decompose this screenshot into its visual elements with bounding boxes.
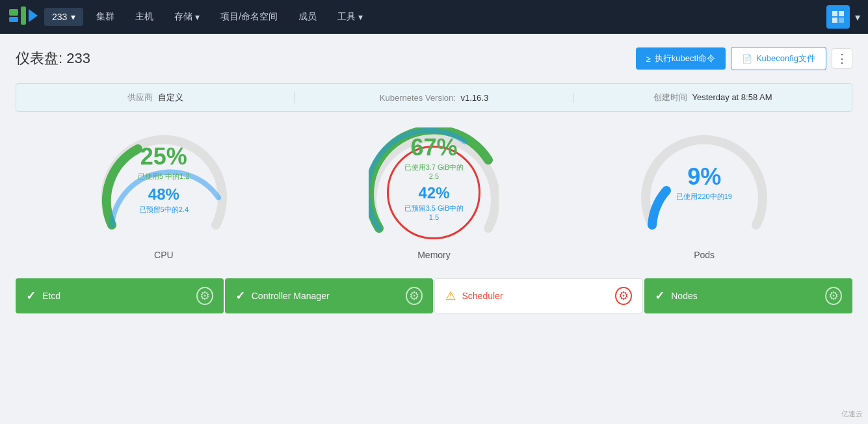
status-scheduler[interactable]: ⚠ Scheduler ⚙ (434, 278, 644, 313)
doc-icon: 📄 (742, 54, 752, 64)
pods-gauge: 9% 已使用220中的19 Pods (639, 127, 769, 260)
svg-rect-0 (9, 9, 18, 16)
scheduler-gear-icon[interactable]: ⚙ (615, 287, 632, 305)
more-icon: ⋮ (836, 51, 848, 66)
navbar-right: ▾ (826, 5, 860, 29)
page-header: 仪表盘: 233 ≥ 执行kubectl命令 📄 Kubeconfig文件 ⋮ (16, 47, 852, 70)
nodes-gear-icon[interactable]: ⚙ (825, 287, 842, 305)
memory-gauge-text: 67% 已使用3.7 GiB中的2.5 42% 已预留3.5 GiB中的1.5 (401, 134, 466, 221)
cpu-gauge-label: CPU (154, 250, 174, 260)
controller-manager-check-icon: ✓ (235, 289, 245, 303)
cluster-selector[interactable]: 233 ▾ (44, 8, 83, 26)
nav-tools[interactable]: 工具 ▾ (330, 7, 371, 27)
etcd-check-icon: ✓ (26, 289, 36, 303)
cluster-created: 创建时间 Yesterday at 8:58 AM (573, 92, 852, 103)
cluster-provider: 供应商 自定义 (16, 92, 295, 103)
svg-marker-3 (29, 9, 38, 22)
pods-gauge-text: 9% 已使用220中的19 (676, 163, 732, 202)
scheduler-label: Scheduler (462, 291, 503, 301)
cpu-gauge: 25% 已使用5 中的1.2 48% 已预留5中的2.4 CPU (99, 127, 229, 260)
gauges-row: 25% 已使用5 中的1.2 48% 已预留5中的2.4 CPU (16, 127, 852, 260)
controller-manager-gear-icon[interactable]: ⚙ (406, 287, 423, 305)
terminal-icon: ≥ (646, 54, 651, 64)
nodes-label: Nodes (671, 291, 697, 301)
status-controller-manager[interactable]: ✓ Controller Manager ⚙ (225, 278, 433, 313)
navbar: 233 ▾ 集群 主机 存储 ▾ 项目/命名空间 成员 工具 ▾ ▾ (0, 0, 868, 34)
more-button[interactable]: ⋮ (832, 48, 852, 69)
cluster-version: Kubernetes Version: v1.16.3 (295, 93, 574, 103)
page-actions: ≥ 执行kubectl命令 📄 Kubeconfig文件 ⋮ (636, 47, 852, 70)
etcd-label: Etcd (42, 291, 60, 301)
logo (8, 4, 39, 30)
cluster-id: 233 (52, 12, 67, 22)
nav-namespace[interactable]: 项目/命名空间 (213, 7, 285, 27)
scheduler-warn-icon: ⚠ (445, 289, 456, 303)
nav-host[interactable]: 主机 (127, 7, 161, 27)
kubectl-button[interactable]: ≥ 执行kubectl命令 (636, 47, 726, 70)
tools-chevron-icon: ▾ (358, 12, 363, 22)
status-etcd[interactable]: ✓ Etcd ⚙ (16, 278, 224, 313)
status-nodes[interactable]: ✓ Nodes ⚙ (644, 278, 852, 313)
nav-cluster[interactable]: 集群 (88, 7, 122, 27)
status-bar: ✓ Etcd ⚙ ✓ Controller Manager ⚙ ⚠ Schedu… (16, 278, 852, 313)
nav-storage[interactable]: 存储 ▾ (166, 7, 207, 27)
etcd-gear-icon[interactable]: ⚙ (196, 287, 213, 305)
controller-manager-label: Controller Manager (252, 291, 330, 301)
svg-rect-4 (832, 11, 837, 16)
storage-chevron-icon: ▾ (195, 12, 200, 22)
kubeconfig-button[interactable]: 📄 Kubeconfig文件 (731, 47, 826, 70)
svg-rect-2 (21, 7, 26, 25)
pods-gauge-visual: 9% 已使用220中的19 (639, 127, 769, 245)
cluster-info-bar: 供应商 自定义 Kubernetes Version: v1.16.3 创建时间… (16, 83, 852, 112)
svg-rect-1 (9, 17, 18, 22)
cpu-gauge-visual: 25% 已使用5 中的1.2 48% 已预留5中的2.4 (99, 127, 229, 245)
nav-members[interactable]: 成员 (291, 7, 324, 27)
user-avatar[interactable] (826, 5, 850, 29)
navbar-chevron-icon[interactable]: ▾ (855, 11, 860, 23)
page-content: 仪表盘: 233 ≥ 执行kubectl命令 📄 Kubeconfig文件 ⋮ … (0, 34, 868, 424)
svg-rect-7 (839, 18, 844, 23)
cpu-gauge-text: 25% 已使用5 中的1.2 48% 已预留5中的2.4 (138, 143, 189, 215)
memory-gauge-label: Memory (417, 250, 451, 260)
svg-rect-5 (839, 11, 844, 16)
nodes-check-icon: ✓ (655, 289, 664, 303)
memory-gauge-visual: 67% 已使用3.7 GiB中的2.5 42% 已预留3.5 GiB中的1.5 (369, 127, 499, 245)
memory-gauge: 67% 已使用3.7 GiB中的2.5 42% 已预留3.5 GiB中的1.5 … (369, 127, 499, 260)
svg-rect-6 (832, 18, 837, 23)
pods-gauge-label: Pods (694, 250, 715, 260)
page-title: 仪表盘: 233 (16, 49, 90, 68)
watermark: 亿速云 (841, 409, 863, 419)
cluster-chevron-icon: ▾ (71, 12, 75, 22)
